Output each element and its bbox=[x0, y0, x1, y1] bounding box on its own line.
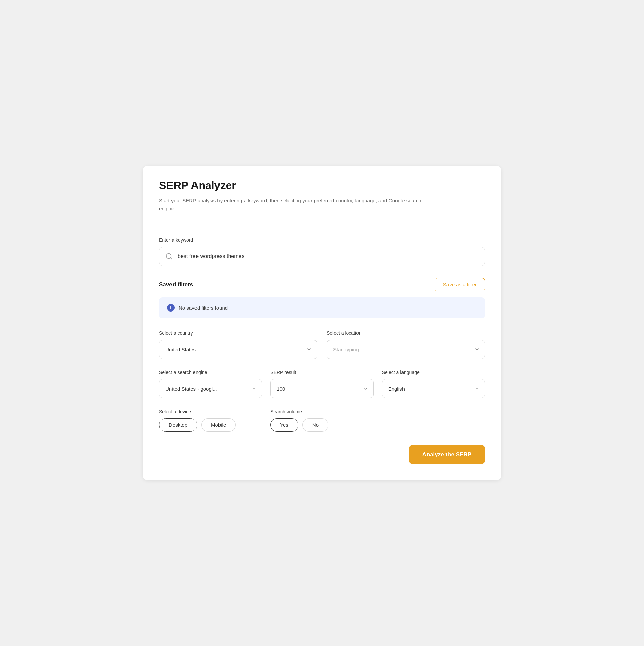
language-select-wrapper: English Spanish French German Portuguese bbox=[382, 379, 485, 398]
search-volume-no-button[interactable]: No bbox=[302, 418, 328, 432]
engine-serp-language-row: Select a search engine United States - g… bbox=[159, 370, 485, 398]
location-field-group: Select a location Start typing... bbox=[327, 330, 485, 359]
no-filters-text: No saved filters found bbox=[179, 305, 228, 311]
device-volume-row: Select a device Desktop Mobile Search vo… bbox=[159, 409, 485, 432]
device-field-group: Select a device Desktop Mobile bbox=[159, 409, 262, 432]
analyze-serp-button[interactable]: Analyze the SERP bbox=[409, 445, 485, 464]
search-engine-select-wrapper: United States - googl... United Kingdom … bbox=[159, 379, 262, 398]
page-description: Start your SERP analysis by entering a k… bbox=[159, 197, 436, 213]
search-engine-label: Select a search engine bbox=[159, 370, 262, 375]
search-volume-toggle-group: Yes No bbox=[270, 418, 373, 432]
country-select-wrapper: United States United Kingdom Canada Aust… bbox=[159, 340, 317, 359]
search-volume-field-group: Search volume Yes No bbox=[270, 409, 373, 432]
save-as-filter-button[interactable]: Save as a filter bbox=[435, 278, 485, 291]
location-label: Select a location bbox=[327, 330, 485, 336]
svg-line-1 bbox=[170, 258, 172, 259]
country-field-group: Select a country United States United Ki… bbox=[159, 330, 317, 359]
card-body: Enter a keyword Saved filters Save as a … bbox=[143, 224, 501, 480]
serp-result-field-group: SERP result 10 20 50 100 bbox=[270, 370, 373, 398]
device-desktop-button[interactable]: Desktop bbox=[159, 418, 197, 432]
country-label: Select a country bbox=[159, 330, 317, 336]
device-mobile-button[interactable]: Mobile bbox=[201, 418, 236, 432]
search-engine-field-group: Select a search engine United States - g… bbox=[159, 370, 262, 398]
device-toggle-group: Desktop Mobile bbox=[159, 418, 262, 432]
device-label: Select a device bbox=[159, 409, 262, 414]
search-icon bbox=[165, 253, 173, 260]
footer-row: Analyze the SERP bbox=[159, 445, 485, 464]
search-engine-select[interactable]: United States - googl... United Kingdom … bbox=[159, 379, 262, 398]
saved-filters-row: Saved filters Save as a filter bbox=[159, 278, 485, 291]
country-location-row: Select a country United States United Ki… bbox=[159, 330, 485, 359]
saved-filters-title: Saved filters bbox=[159, 281, 193, 288]
language-label: Select a language bbox=[382, 370, 485, 375]
card-header: SERP Analyzer Start your SERP analysis b… bbox=[143, 166, 501, 224]
search-volume-yes-button[interactable]: Yes bbox=[270, 418, 298, 432]
keyword-label: Enter a keyword bbox=[159, 237, 485, 243]
serp-result-label: SERP result bbox=[270, 370, 373, 375]
page-title: SERP Analyzer bbox=[159, 179, 485, 192]
serp-result-select-wrapper: 10 20 50 100 bbox=[270, 379, 373, 398]
location-select[interactable]: Start typing... bbox=[327, 340, 485, 359]
location-select-wrapper: Start typing... bbox=[327, 340, 485, 359]
keyword-input-wrapper bbox=[159, 247, 485, 266]
language-field-group: Select a language English Spanish French… bbox=[382, 370, 485, 398]
no-filters-banner: i No saved filters found bbox=[159, 297, 485, 318]
info-icon: i bbox=[167, 304, 175, 312]
keyword-input[interactable] bbox=[178, 253, 479, 259]
serp-result-select[interactable]: 10 20 50 100 bbox=[270, 379, 373, 398]
search-volume-label: Search volume bbox=[270, 409, 373, 414]
serp-analyzer-card: SERP Analyzer Start your SERP analysis b… bbox=[143, 166, 501, 480]
country-select[interactable]: United States United Kingdom Canada Aust… bbox=[159, 340, 317, 359]
language-select[interactable]: English Spanish French German Portuguese bbox=[382, 379, 485, 398]
